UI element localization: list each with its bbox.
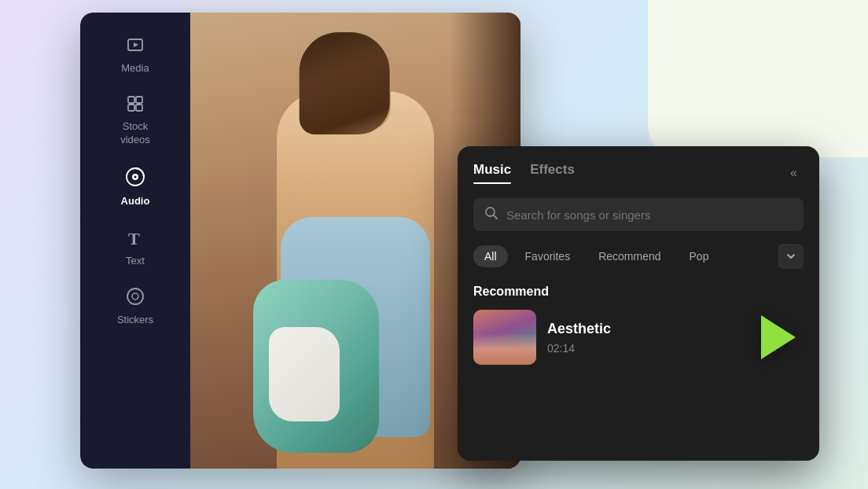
svg-point-10 [127, 289, 143, 304]
song-item[interactable]: Aesthetic 02:14 [473, 310, 804, 365]
music-panel: Music Effects « All [458, 146, 819, 461]
play-cursor-icon[interactable] [761, 315, 796, 359]
search-icon [484, 206, 498, 223]
filter-all[interactable]: All [473, 245, 508, 267]
sidebar-item-stickers[interactable]: Stickers [92, 278, 178, 335]
audio-icon [124, 166, 146, 191]
section-label: Recommend [473, 285, 804, 299]
sidebar: Media Stockvideos [80, 13, 190, 469]
svg-point-8 [134, 175, 137, 178]
sidebar-item-text[interactable]: T Text [92, 219, 178, 276]
song-title: Aesthetic [547, 321, 750, 337]
left-section: Media Stockvideos [80, 13, 520, 469]
thumb-clouds [473, 333, 536, 365]
tabs-row: Music Effects « [473, 162, 804, 184]
filter-pop[interactable]: Pop [679, 245, 720, 267]
sidebar-item-text-label: Text [126, 255, 145, 268]
stock-videos-icon [126, 94, 145, 116]
sidebar-item-stickers-label: Stickers [117, 314, 153, 327]
svg-rect-4 [128, 105, 134, 111]
search-input[interactable] [506, 208, 793, 222]
svg-rect-3 [136, 97, 142, 103]
person-hair [300, 32, 390, 134]
sidebar-item-media-label: Media [121, 62, 149, 75]
tab-music[interactable]: Music [473, 162, 511, 184]
sidebar-item-audio[interactable]: Audio [92, 158, 178, 216]
sidebar-item-stock-videos[interactable]: Stockvideos [92, 86, 178, 155]
svg-point-11 [132, 293, 138, 300]
tab-effects[interactable]: Effects [530, 162, 575, 184]
person-area [245, 28, 465, 469]
sidebar-item-stock-label: Stockvideos [120, 120, 150, 147]
svg-line-13 [494, 215, 498, 219]
sidebar-item-media[interactable]: Media [92, 28, 178, 83]
stickers-icon [125, 286, 145, 310]
svg-rect-2 [128, 97, 134, 103]
filter-row: All Favorites Recommend Pop [473, 244, 804, 269]
main-layout: Media Stockvideos [80, 13, 788, 476]
filter-recommend[interactable]: Recommend [587, 245, 671, 267]
svg-text:T: T [128, 229, 140, 248]
svg-marker-1 [134, 42, 138, 47]
guitar-plate [269, 327, 340, 421]
media-icon [126, 36, 145, 58]
sidebar-item-audio-label: Audio [121, 195, 150, 208]
song-thumbnail [473, 310, 536, 365]
song-info: Aesthetic 02:14 [547, 321, 750, 355]
song-duration: 02:14 [547, 342, 750, 355]
collapse-button[interactable]: « [784, 163, 804, 183]
filter-favorites[interactable]: Favorites [514, 245, 582, 267]
filter-more-button[interactable] [778, 244, 804, 269]
search-bar[interactable] [473, 198, 804, 231]
svg-rect-5 [136, 105, 142, 111]
text-icon: T [125, 227, 145, 251]
